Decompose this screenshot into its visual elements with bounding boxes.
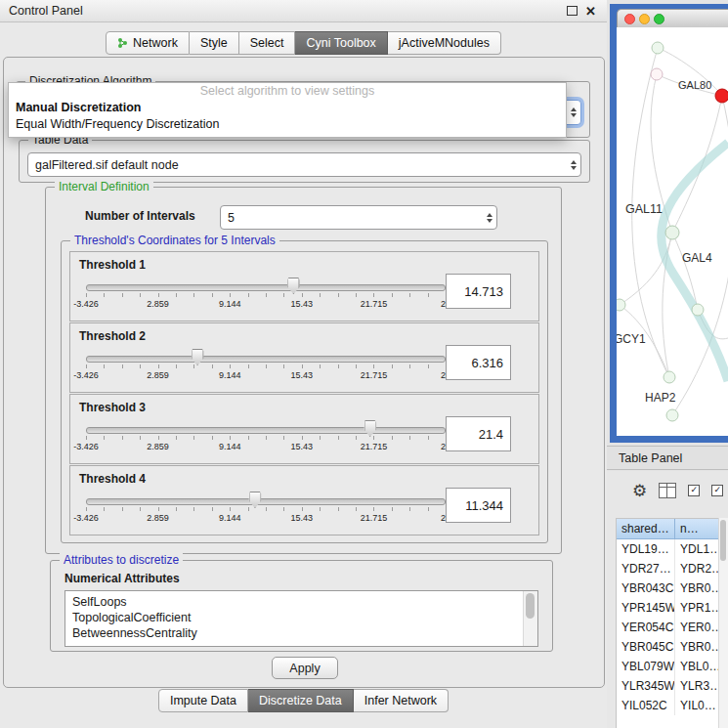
tick-label: 2.859: [147, 513, 169, 523]
table-row[interactable]: YDR27…YDR2…: [617, 559, 728, 578]
table-row[interactable]: YBR045CYBR0…: [617, 637, 728, 657]
threshold-value-field[interactable]: 11.344: [446, 488, 511, 523]
zoom-traffic-light-icon[interactable]: [654, 14, 664, 24]
attributes-to-discretize-group: Attributes to discretize Numerical Attri…: [50, 560, 553, 652]
threshold-slider[interactable]: -3.4262.8599.14415.4321.71528: [86, 347, 446, 388]
column-header[interactable]: shared…: [617, 519, 675, 539]
table-cell[interactable]: YDL19…: [617, 539, 675, 559]
tick-label: -3.426: [73, 513, 99, 523]
slider-ticks: [86, 293, 446, 297]
threshold-panel: Threshold 2 -3.4262.8599.14415.4321.7152…: [69, 322, 539, 393]
table-cell[interactable]: YBR043C: [617, 578, 675, 598]
network-window-titlebar[interactable]: [617, 9, 728, 29]
apply-button[interactable]: Apply: [272, 657, 338, 679]
table-cell[interactable]: YER054C: [617, 618, 675, 637]
list-scrollbar[interactable]: [523, 591, 537, 646]
network-node[interactable]: [692, 304, 704, 316]
table-row[interactable]: YER054CYER0…: [617, 618, 728, 637]
table-row[interactable]: YBL079WYBL0…: [617, 657, 728, 676]
attribute-list-item[interactable]: TopologicalCoefficient: [72, 610, 537, 625]
slider-tick-labels: -3.4262.8599.14415.4321.71528: [86, 299, 446, 311]
tick-label: 2.859: [147, 299, 169, 309]
table-row[interactable]: YDL19…YDL1…: [617, 539, 728, 559]
tab-discretize-data[interactable]: Discretize Data: [248, 689, 354, 712]
network-node[interactable]: [652, 42, 664, 54]
node-label: GAL80: [678, 79, 711, 91]
slider-track[interactable]: [86, 427, 446, 434]
tick-label: 15.43: [291, 370, 314, 380]
table-scrollbar-thumb[interactable]: [720, 520, 726, 561]
tab-jactivemnodules[interactable]: jActiveMNodules: [388, 31, 501, 55]
table-data-value: galFiltered.sif default node: [35, 158, 179, 172]
table-data-combo[interactable]: galFiltered.sif default node: [27, 152, 581, 177]
network-nodes: [617, 42, 728, 421]
table-row[interactable]: YBR043CYBR0…: [617, 578, 728, 598]
table-row[interactable]: YLR345WYLR3…: [617, 676, 728, 696]
network-node-selected[interactable]: [715, 89, 728, 103]
tab-select[interactable]: Select: [239, 31, 296, 55]
slider-track[interactable]: [86, 498, 446, 505]
control-panel-tabs: NetworkStyleSelectCyni ToolboxjActiveMNo…: [0, 31, 607, 55]
table-row[interactable]: YIL052CYIL0…: [617, 696, 728, 715]
group-label: Interval Definition: [55, 180, 153, 194]
gear-icon[interactable]: ⚙: [632, 483, 647, 499]
network-icon: [117, 37, 128, 49]
network-node[interactable]: [665, 226, 679, 239]
threshold-slider[interactable]: -3.4262.8599.14415.4321.71528: [86, 418, 446, 459]
close-traffic-light-icon[interactable]: [624, 14, 635, 24]
checkbox-icon[interactable]: ✓: [711, 485, 723, 496]
network-node[interactable]: [664, 371, 675, 383]
attribute-list-item[interactable]: BetweennessCentrality: [72, 625, 537, 641]
table-scrollbar[interactable]: [718, 518, 728, 728]
table-panel-toolbar: ⚙ ✓ ✓: [607, 479, 728, 502]
slider-thumb[interactable]: [364, 420, 376, 437]
numerical-attributes-label: Numerical Attributes: [64, 572, 180, 585]
table-cell[interactable]: YIL052C: [617, 696, 675, 715]
tab-network[interactable]: Network: [106, 31, 190, 55]
cyni-toolbox-panel: Discretization Algorithm Select algorith…: [3, 57, 605, 688]
network-node[interactable]: [666, 409, 678, 421]
threshold-slider[interactable]: -3.4262.8599.14415.4321.71528: [86, 276, 446, 317]
tab-cyni-toolbox[interactable]: Cyni Toolbox: [295, 31, 387, 55]
tick-label: 15.43: [291, 513, 314, 523]
network-node[interactable]: [651, 68, 663, 80]
threshold-value-field[interactable]: 14.713: [446, 274, 511, 309]
slider-thumb[interactable]: [192, 349, 204, 365]
network-node[interactable]: [617, 299, 625, 311]
tick-label: 9.144: [219, 513, 241, 523]
slider-track[interactable]: [86, 284, 446, 291]
table-row[interactable]: YPR145WYPR1…: [617, 598, 728, 618]
table-cell[interactable]: YBL079W: [617, 657, 675, 676]
dropdown-option-equal-width-frequency[interactable]: Equal Width/Frequency Discretization: [9, 116, 566, 133]
slider-ticks: [86, 507, 446, 511]
table-cell[interactable]: YPR145W: [617, 598, 675, 618]
tick-label: 2.859: [147, 370, 169, 380]
number-of-intervals-combo[interactable]: 5: [220, 205, 497, 230]
tab-style[interactable]: Style: [190, 31, 239, 55]
list-scrollbar-thumb[interactable]: [526, 593, 535, 619]
tick-label: 21.715: [361, 370, 388, 380]
threshold-slider[interactable]: -3.4262.8599.14415.4321.71528: [86, 490, 446, 531]
slider-track[interactable]: [86, 356, 446, 363]
tab-infer-network[interactable]: Infer Network: [354, 689, 449, 712]
checkbox-icon[interactable]: ✓: [688, 485, 700, 496]
tab-label: Network: [133, 36, 178, 50]
table-cell[interactable]: YDR27…: [617, 559, 675, 578]
table-cell[interactable]: YLR345W: [617, 676, 675, 696]
network-canvas[interactable]: GAL80 GAL11 GAL4 GCY1 HAP2: [617, 27, 728, 436]
threshold-value-field[interactable]: 6.316: [446, 345, 511, 380]
combo-stepper-icon: [487, 213, 492, 223]
threshold-value-field[interactable]: 21.4: [446, 416, 511, 451]
table-cell[interactable]: YBR045C: [617, 637, 675, 657]
columns-icon[interactable]: [659, 483, 676, 498]
slider-tick-labels: -3.4262.8599.14415.4321.71528: [86, 513, 446, 525]
minimize-traffic-light-icon[interactable]: [639, 14, 650, 24]
attribute-list-item[interactable]: SelfLoops: [72, 594, 537, 610]
numerical-attributes-list[interactable]: SelfLoopsTopologicalCoefficientBetweenne…: [64, 590, 538, 647]
close-icon[interactable]: ✕: [585, 5, 596, 18]
dropdown-option-manual-discretization[interactable]: Manual Discretization: [9, 100, 566, 116]
tab-impute-data[interactable]: Impute Data: [158, 689, 248, 712]
float-window-icon[interactable]: [567, 6, 578, 16]
slider-thumb[interactable]: [248, 492, 261, 508]
slider-thumb[interactable]: [287, 278, 300, 294]
